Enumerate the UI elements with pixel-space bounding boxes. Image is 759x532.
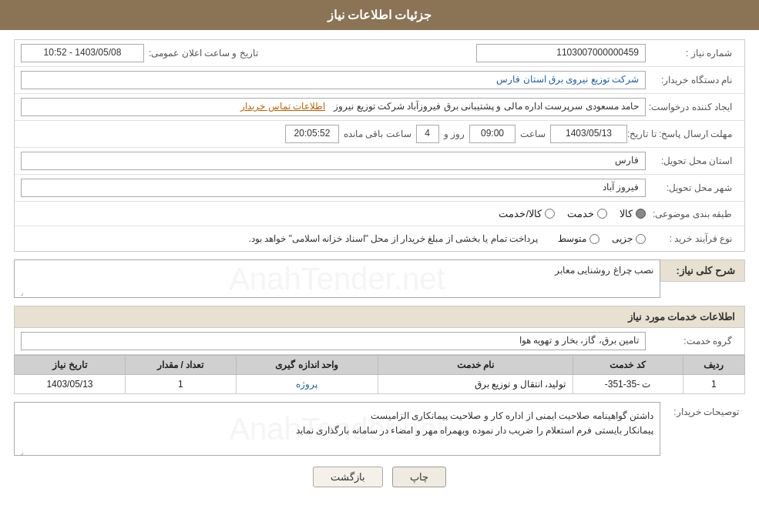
print-button[interactable]: چاپ [392,467,446,487]
days-label: روز و [444,129,465,139]
purchase-option-jozi: جزیی [612,233,646,244]
cell-unit: پروژه [236,375,378,394]
cell-code: ت -35-351- [573,375,683,394]
page-title: جزئیات اطلاعات نیاز [327,8,432,22]
description-value: نصب چراغ روشنایی معابر [555,265,653,276]
description-box: AnahTender.net نصب چراغ روشنایی معابر ⌟ [14,259,660,298]
description-label: شرح کلی نیاز: [660,259,745,282]
city-value: فیروز آباد [21,179,646,197]
service-group-label: گروه خدمت: [646,336,738,346]
category-option-khedmat: خدمت [567,208,607,219]
purchase-type-row: نوع فرآیند خرید : جزیی متوسط پرداخت تمام… [15,226,744,251]
remaining-label: ساعت باقی مانده [344,129,411,139]
requester-row: ایجاد کننده درخواست: حامد مسعودی سرپرست … [15,94,744,121]
back-button[interactable]: بازگشت [313,467,383,487]
announce-value: 1403/05/08 - 10:52 [21,44,144,62]
buyer-org-label: نام دستگاه خریدار: [646,75,738,85]
city-label: شهر محل تحویل: [646,182,738,193]
purchase-radio-motavaset [589,234,599,244]
buyer-notes-value: داشتن گواهینامه صلاحیت ایمنی از اداره کا… [296,410,653,436]
col-code: کد خدمت [573,356,683,375]
days-value: 4 [416,125,439,143]
table-row: 1 ت -35-351- تولید، انتقال و توزیع برق پ… [15,375,745,394]
col-date: تاریخ نیاز [15,356,126,375]
need-number-value: 1103007000000459 [476,44,646,62]
city-row: شهر محل تحویل: فیروز آباد [15,175,744,202]
purchase-radio-jozi [636,234,646,244]
purchase-type-options: جزیی متوسط پرداخت تمام یا بخشی از مبلغ خ… [249,233,646,244]
need-number-row: شماره نیاز : 1103007000000459 تاریخ و سا… [15,40,744,67]
deadline-row: مهلت ارسال پاسخ: تا تاریخ: 1403/05/13 سا… [15,121,744,148]
services-section-header: اطلاعات خدمات مورد نیاز [14,306,745,328]
purchase-note: پرداخت تمام یا بخشی از مبلغ خریدار از مح… [249,233,538,244]
buttons-section: چاپ بازگشت [14,456,745,498]
category-radio-kala [636,209,646,219]
notes-resize-handle[interactable]: ⌟ [16,446,24,453]
purchase-option-motavaset: متوسط [558,233,599,244]
buyer-org-value: شرکت توزیع نیروی برق استان فارس [21,71,646,89]
deadline-time: 09:00 [469,125,516,143]
province-label: استان محل تحویل: [646,156,738,166]
category-radio-khedmat [597,209,607,219]
requester-label: ایجاد کننده درخواست: [646,102,738,112]
cell-row-num: 1 [683,375,744,394]
deadline-time-label: ساعت [520,129,546,139]
deadline-date: 1403/05/13 [550,125,627,143]
services-table: ردیف کد خدمت نام خدمت واحد اندازه گیری ت… [14,355,745,394]
purchase-type-label: نوع فرآیند خرید : [646,233,738,244]
cell-name: تولید، انتقال و توزیع برق [378,375,573,394]
buyer-org-row: نام دستگاه خریدار: شرکت توزیع نیروی برق … [15,67,744,94]
col-qty: تعداد / مقدار [125,356,236,375]
announce-label: تاریخ و ساعت اعلان عمومی: [149,48,258,59]
page-header: جزئیات اطلاعات نیاز [0,0,759,30]
main-form: شماره نیاز : 1103007000000459 تاریخ و سا… [14,39,745,252]
category-row: طبقه بندی موضوعی: کالا خدمت کالا/خدمت [15,202,744,226]
requester-value: حامد مسعودی سرپرست اداره مالی و پشتیبانی… [21,98,646,116]
deadline-label: مهلت ارسال پاسخ: تا تاریخ: [627,129,738,139]
category-option-kala: کالا [620,208,646,219]
province-row: استان محل تحویل: فارس [15,148,744,175]
service-group-row: گروه خدمت: تامین برق، گاز، بخار و تهویه … [14,328,745,355]
category-label: طبقه بندی موضوعی: [646,209,738,219]
services-table-section: ردیف کد خدمت نام خدمت واحد اندازه گیری ت… [14,355,745,394]
buyer-notes-label: توصیحات خریدار: [660,402,745,417]
col-row-num: ردیف [683,356,744,375]
description-section: شرح کلی نیاز: AnahTender.net نصب چراغ رو… [14,259,745,298]
category-options: کالا خدمت کالا/خدمت [499,208,646,219]
col-unit: واحد اندازه گیری [236,356,378,375]
category-radio-kala-khedmat [545,209,555,219]
resize-handle[interactable]: ⌟ [16,288,24,296]
buyer-notes-section: توصیحات خریدار: AnahTender.net داشتن گوا… [14,402,745,456]
cell-date: 1403/05/13 [15,375,126,394]
cell-qty: 1 [125,375,236,394]
watermark: AnahTender.net [229,262,445,296]
category-option-kala-khedmat: کالا/خدمت [499,208,555,219]
service-group-value: تامین برق، گاز، بخار و تهویه هوا [21,332,646,350]
need-number-label: شماره نیاز : [646,48,738,59]
buyer-notes-box: AnahTender.net داشتن گواهینامه صلاحیت ای… [14,402,660,456]
table-header-row: ردیف کد خدمت نام خدمت واحد اندازه گیری ت… [15,356,745,375]
province-value: فارس [21,152,646,170]
col-name: نام خدمت [378,356,573,375]
remaining-time: 20:05:52 [285,125,339,143]
contact-link[interactable]: اطلاعات تماس خریدار [240,101,325,112]
